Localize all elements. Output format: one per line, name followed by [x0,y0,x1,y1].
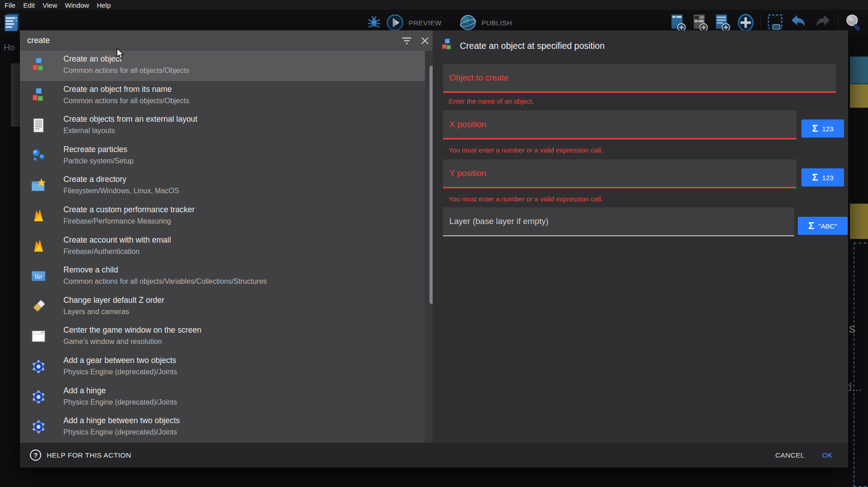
search-bar[interactable]: create [20,30,433,51]
cubes-icon [31,57,46,73]
help-label: HELP FOR THIS ACTION [47,451,131,459]
field-placeholder: Y position [443,159,796,187]
list-item[interactable]: Recreate particlesParticle system/Setup [20,141,433,172]
gear-icon [31,389,46,405]
cubes-icon [441,38,453,53]
result-title: Create account with with email [63,235,171,245]
publish-globe-icon[interactable] [459,14,477,32]
list-item[interactable]: VarRemove a childCommon actions for all … [20,262,433,292]
search-input[interactable]: create [27,30,50,51]
svg-text:Var: Var [34,273,43,280]
result-group: Physics Engine (deprecated)/Joints [63,368,177,376]
expression-builder-button[interactable]: Σ 123 [801,119,844,138]
project-manager-icon[interactable] [4,13,21,33]
menu-edit[interactable]: Edit [23,1,35,9]
help-icon: ? [30,449,41,461]
list-item[interactable]: Create an object from its nameCommon act… [20,81,433,111]
expression-type: 123 [822,174,834,181]
result-title: Create an object [63,54,121,64]
filter-icon[interactable] [400,34,414,48]
publish-button[interactable]: PUBLISH [482,19,512,27]
expression-builder-button[interactable]: Σ "ABC" [798,217,848,235]
menu-file[interactable]: File [5,1,15,9]
list-item[interactable]: Add a hingePhysics Engine (deprecated)/J… [20,382,433,413]
eraser-icon [31,299,46,314]
result-title: Create an object from its name [63,85,172,94]
debug-icon[interactable] [366,15,381,30]
result-group: Physics Engine (deprecated)/Joints [63,398,177,406]
redo-icon[interactable] [813,13,833,32]
add-external-events-icon[interactable] [692,13,710,32]
list-item[interactable]: Create account with with emailFirebase/A… [20,232,433,262]
help-button[interactable]: ? HELP FOR THIS ACTION [30,443,131,468]
result-group: Particle system/Setup [63,157,134,165]
list-item[interactable]: Change layer default Z orderLayers and c… [20,292,433,322]
search-results-list: Create an objectCommon actions for all o… [20,51,433,443]
selection-tool-icon[interactable] [767,13,785,32]
mouse-cursor [116,48,126,62]
action-title: Create an object at specified position [460,41,605,51]
background-dashed-selection [854,243,868,487]
list-item[interactable]: Add a hinge between two objectsPhysics E… [20,412,433,443]
preview-button[interactable]: PREVIEW [409,19,442,27]
result-title: Create objects from an external layout [63,115,198,124]
list-item[interactable]: Create a custom performance trackerFireb… [20,201,433,232]
var-icon: Var [31,268,46,284]
result-group: Firebase/Authentication [63,248,140,256]
expression-type: "ABC" [818,222,837,230]
menu-window[interactable]: Window [65,1,89,9]
layer-field[interactable]: Layer (base layer if empty) [443,207,794,236]
close-icon[interactable] [418,34,432,48]
result-title: Add a hinge [63,386,106,396]
dialog-footer: ? HELP FOR THIS ACTION CANCEL OK [20,443,848,468]
x-position-field[interactable]: X position [443,110,796,139]
add-scene-icon[interactable] [670,13,688,32]
result-group: Game's window and resolution [63,338,162,346]
y-position-field[interactable]: Y position [443,159,796,188]
firebase-icon [31,239,46,254]
background-thumbnail-olive [850,84,868,108]
add-external-layout-icon[interactable] [714,13,732,32]
menu-view[interactable]: View [43,1,57,9]
sigma-icon: Σ [812,172,818,182]
field-error-text: Enter the name of an object. [448,97,534,105]
object-to-create-field[interactable]: Object to create [443,64,836,93]
result-group: Common actions for all objects/Objects [63,67,189,75]
toolbar-divider [761,14,761,31]
list-item[interactable]: Add a gear between two objectsPhysics En… [20,352,433,382]
action-search-panel: create Create an objectCommon actions fo… [20,30,433,443]
expression-type: 123 [822,125,834,133]
add-object-icon[interactable] [736,13,755,32]
menu-help[interactable]: Help [97,1,111,9]
cancel-button[interactable]: CANCEL [775,443,805,468]
search-icon[interactable] [844,13,863,33]
field-placeholder: Layer (base layer if empty) [443,207,794,235]
result-title: Create a custom performance tracker [63,205,195,215]
list-item[interactable]: Create an objectCommon actions for all o… [20,51,433,81]
result-group: External layouts [63,127,115,135]
result-group: Firebase/Performance Measuring [63,217,171,225]
undo-icon[interactable] [789,13,809,32]
list-item[interactable]: Create a directoryFilesystem/Windows, Li… [20,171,433,201]
ok-button[interactable]: OK [822,443,833,468]
firebase-icon [31,208,46,224]
list-item[interactable]: Center the game window on the screenGame… [20,322,433,352]
particles-icon [31,148,46,163]
folder-icon [31,178,46,193]
background-truncated-text: s [849,321,855,336]
list-item[interactable]: Create objects from an external layoutEx… [20,111,433,141]
result-group: Common actions for all objects/Variables… [63,277,267,286]
expression-builder-button[interactable]: Σ 123 [801,168,844,186]
result-group: Physics Engine (deprecated)/Joints [63,428,177,436]
result-title: Create a directory [63,175,126,184]
result-title: Remove a child [63,265,118,275]
sigma-icon: Σ [808,221,814,231]
result-group: Filesystem/Windows, Linux, MacOS [63,187,179,195]
result-title: Change layer default Z order [63,296,164,305]
preview-play-icon[interactable] [386,14,404,32]
field-error-text: You must enter a number or a valid expre… [448,146,603,154]
sigma-icon: Σ [812,124,818,134]
toolbar-divider [838,14,839,31]
gear-icon [31,359,46,374]
background-thumbnail-olive [850,204,868,239]
